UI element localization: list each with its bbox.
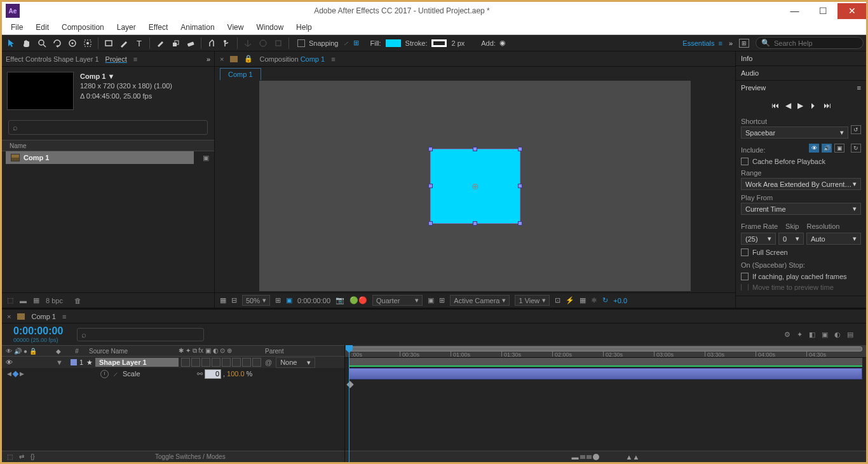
minimize-button[interactable]: — [780, 3, 809, 19]
prev-key-button[interactable]: ◀ [7, 371, 11, 377]
always-preview-icon[interactable]: ▦ [220, 296, 226, 304]
playfrom-select[interactable]: Current Time▾ [741, 203, 861, 215]
delete-icon[interactable]: 🗑 [74, 297, 81, 304]
transparency-icon[interactable]: ▣ [286, 296, 292, 304]
menu-effect[interactable]: Effect [142, 20, 174, 34]
property-name[interactable]: Scale [123, 370, 140, 378]
anchor-point-icon[interactable]: ⊕ [471, 181, 479, 191]
video-col-icon[interactable]: 👁 [6, 348, 12, 355]
magnification-icon[interactable]: ⊟ [231, 296, 237, 304]
timeline-tab[interactable]: Comp 1 [31, 313, 56, 320]
folder-icon[interactable]: ▣ [198, 154, 214, 162]
movetime-checkbox[interactable] [741, 284, 749, 290]
toggle-switches-icon[interactable]: ⇄ [19, 453, 24, 460]
resolution-icon[interactable]: ⊞ [275, 296, 281, 304]
puppet-tool[interactable] [220, 36, 234, 50]
layer-name[interactable]: Shape Layer 1 [95, 358, 179, 367]
motion-blur-icon[interactable]: ◐ [834, 331, 841, 339]
playhead[interactable] [349, 345, 349, 462]
shy-switch[interactable] [181, 358, 190, 367]
label-col-icon[interactable]: ◆ [56, 348, 67, 355]
roto-tool[interactable] [205, 36, 219, 50]
track-area[interactable] [345, 358, 866, 451]
flowchart-icon[interactable]: ⚛ [591, 296, 597, 304]
panel-overflow-icon[interactable]: » [207, 55, 210, 63]
roi-icon[interactable]: ▣ [428, 296, 434, 304]
axis-tool[interactable] [241, 36, 255, 50]
pixel-ratio-icon[interactable]: ⊡ [555, 296, 560, 304]
zoom-tool[interactable] [35, 36, 49, 50]
skip-select[interactable]: 0▾ [778, 233, 804, 245]
selection-tool[interactable] [4, 36, 18, 50]
exposure-value[interactable]: +0.0 [613, 297, 627, 304]
stopwatch-icon[interactable] [100, 370, 109, 378]
axis-tool-3[interactable] [271, 36, 285, 50]
workspace-selector[interactable]: Essentials ≡ [682, 39, 722, 47]
shape-layer[interactable]: ⊕ [430, 149, 520, 224]
fast-preview-icon[interactable]: ⚡ [566, 296, 574, 304]
time-ruler[interactable]: :00s00:30s01:00s01:30s02:00s02:30s03:00s… [345, 345, 866, 358]
framerate-select[interactable]: (25)▾ [741, 233, 776, 245]
anchor-tool[interactable] [81, 36, 95, 50]
cache-checkbox[interactable] [741, 158, 749, 165]
menu-composition[interactable]: Composition [55, 20, 111, 34]
snapshot-icon[interactable]: 📷 [336, 296, 344, 304]
work-area-bar[interactable] [349, 346, 862, 351]
graph-editor-icon[interactable]: ▤ [847, 331, 853, 339]
panel-menu-icon[interactable]: ≡ [133, 55, 137, 63]
search-help[interactable]: 🔍 [756, 37, 864, 49]
handle-l[interactable] [428, 184, 433, 188]
stroke-swatch[interactable] [431, 39, 447, 48]
composition-duration-bar[interactable] [349, 358, 862, 367]
project-item-comp1[interactable]: Comp 1 [6, 151, 194, 164]
menu-layer[interactable]: Layer [111, 20, 142, 34]
menu-edit[interactable]: Edit [29, 20, 55, 34]
timeline-icon[interactable]: ▦ [580, 296, 586, 304]
channel-icon[interactable]: 🟢🔴 [349, 296, 367, 304]
zoom-slider[interactable]: ▬ ▲▲ [572, 453, 640, 461]
label-color[interactable] [71, 359, 77, 365]
search-input[interactable] [774, 39, 858, 47]
menu-window[interactable]: Window [250, 20, 290, 34]
text-tool[interactable]: T [132, 36, 146, 50]
handle-tr[interactable] [518, 147, 522, 151]
constrain-proportions-icon[interactable]: ⚯ [197, 370, 203, 378]
graph-icon[interactable]: ⟋ [112, 371, 119, 378]
overflow-icon[interactable]: » [729, 39, 733, 47]
include-video-icon[interactable]: 👁 [809, 144, 819, 153]
panel-menu-icon[interactable]: ≡ [857, 84, 861, 92]
comp-name[interactable]: Comp 1 ▼ [80, 72, 172, 81]
audio-col-icon[interactable]: 🔊 [14, 348, 22, 355]
rectangle-tool[interactable] [102, 36, 116, 50]
frame-blend-switch[interactable] [222, 358, 231, 367]
lock-icon[interactable]: 🔒 [244, 55, 253, 63]
motion-blur-switch[interactable] [232, 358, 241, 367]
interpret-icon[interactable]: ⬚ [7, 296, 13, 304]
parent-dropdown[interactable]: None▾ [276, 357, 315, 368]
grid-guides-icon[interactable]: ⊞ [439, 296, 445, 304]
audio-panel-header[interactable]: Audio [741, 69, 759, 77]
fx-switch[interactable] [212, 358, 220, 367]
stroke-width[interactable]: 2 px [451, 39, 465, 47]
clone-tool[interactable] [168, 36, 182, 50]
fullscreen-checkbox[interactable] [741, 249, 749, 256]
orbit-tool[interactable] [50, 36, 64, 50]
timecode-display[interactable]: 0:00:00:00 [297, 297, 330, 304]
view-dropdown[interactable]: 1 View▾ [515, 295, 550, 306]
maximize-button[interactable]: ☐ [809, 3, 837, 19]
viewport[interactable]: ⊕ [259, 81, 691, 291]
toggle-switches-modes[interactable]: Toggle Switches / Modes [155, 453, 226, 460]
video-toggle[interactable]: 👁 [6, 358, 13, 366]
handle-t[interactable] [473, 147, 477, 151]
close-tab-icon[interactable]: × [220, 55, 224, 63]
name-column-header[interactable]: Name [10, 142, 27, 149]
layer-row[interactable]: 👁 ▼ 1 ★Shape Layer 1 @ None▾ [2, 357, 344, 368]
eraser-tool[interactable] [184, 36, 198, 50]
panel-menu-icon[interactable]: ≡ [62, 313, 66, 320]
bpc-label[interactable]: 8 bpc [46, 297, 63, 304]
next-key-button[interactable]: ▶ [20, 371, 24, 377]
resolution-dropdown[interactable]: Quarter▾ [372, 295, 423, 306]
tab-project[interactable]: Project [105, 55, 127, 63]
prev-frame-button[interactable]: ◀ [785, 101, 791, 110]
camera-dropdown[interactable]: Active Camera▾ [450, 295, 510, 306]
